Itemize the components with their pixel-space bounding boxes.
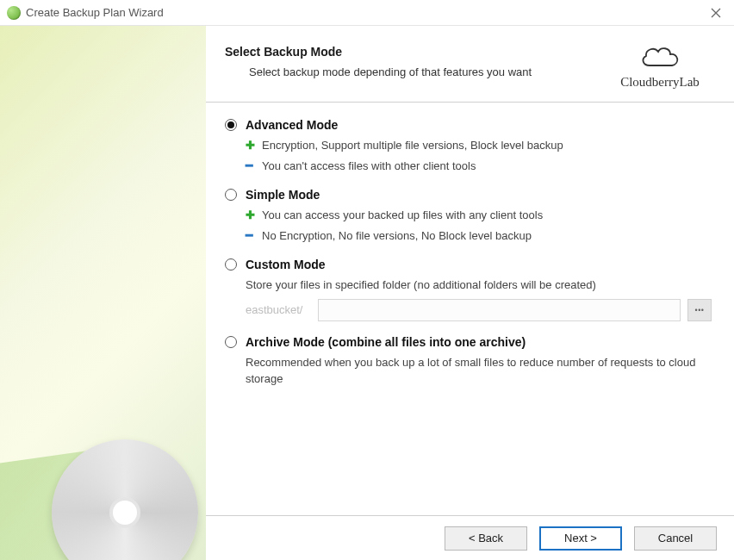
close-icon (711, 8, 721, 18)
app-icon (7, 6, 21, 20)
mode-archive-title: Archive Mode (combine all files into one… (246, 335, 526, 349)
plus-icon: ✚ (246, 140, 255, 150)
mode-custom: Custom Mode Store your files in specifie… (225, 258, 712, 321)
mode-custom-desc: Store your files in specified folder (no… (246, 277, 712, 294)
mode-advanced-con: You can't access files with other client… (262, 158, 476, 175)
minus-icon: ━ (246, 161, 255, 171)
mode-custom-title: Custom Mode (246, 258, 326, 271)
window-close-button[interactable] (705, 2, 727, 24)
page-title: Select Backup Mode (225, 45, 608, 59)
mode-advanced-title: Advanced Mode (246, 118, 338, 132)
plus-icon: ✚ (246, 210, 255, 220)
cancel-button[interactable]: Cancel (634, 526, 717, 551)
window-title: Create Backup Plan Wizard (26, 6, 705, 19)
radio-custom-mode[interactable] (225, 258, 237, 271)
mode-advanced-pro: Encryption, Support multiple file versio… (262, 137, 563, 154)
mode-archive: Archive Mode (combine all files into one… (225, 335, 712, 388)
cloud-icon (638, 41, 682, 71)
radio-archive-mode[interactable] (225, 336, 237, 348)
custom-folder-prefix: eastbucket/ (246, 303, 311, 316)
minus-icon: ━ (246, 231, 255, 240)
brand-name: CloudberryLab (608, 75, 712, 90)
wizard-header: Select Backup Mode Select backup mode de… (206, 26, 734, 103)
browse-folder-button[interactable]: ••• (687, 299, 712, 321)
mode-archive-desc: Recommended when you back up a lot of sm… (246, 354, 712, 388)
radio-advanced-mode[interactable] (225, 119, 237, 131)
back-button[interactable]: < Back (445, 526, 527, 551)
wizard-sidebar-art (0, 26, 206, 560)
page-subtitle: Select backup mode depending of that fea… (225, 65, 608, 78)
brand-logo: CloudberryLab (608, 41, 712, 90)
radio-simple-mode[interactable] (225, 189, 237, 201)
next-button[interactable]: Next > (539, 526, 622, 551)
wizard-footer: < Back Next > Cancel (206, 515, 734, 560)
mode-advanced: Advanced Mode ✚ Encryption, Support mult… (225, 118, 712, 174)
mode-simple-title: Simple Mode (246, 188, 320, 202)
custom-folder-input[interactable] (318, 299, 681, 321)
mode-simple-pro: You can access your backed up files with… (262, 207, 543, 224)
mode-simple: Simple Mode ✚ You can access your backed… (225, 188, 712, 244)
mode-simple-con: No Encryption, No file versions, No Bloc… (262, 227, 532, 245)
titlebar: Create Backup Plan Wizard (0, 0, 734, 26)
